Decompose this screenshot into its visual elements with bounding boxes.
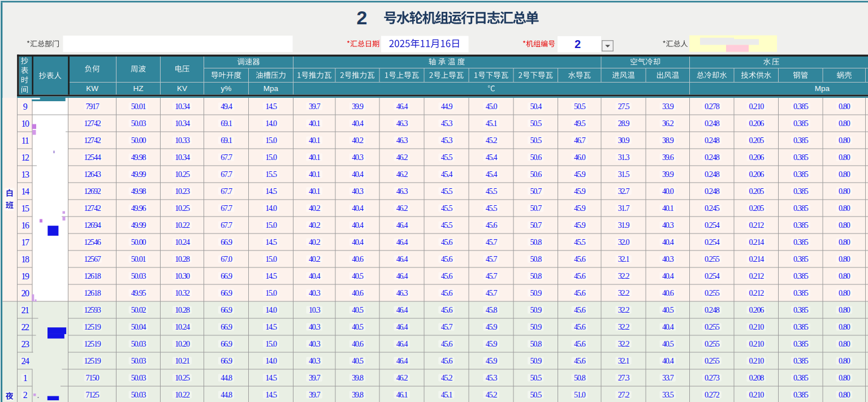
svg-text:0.385: 0.385: [793, 272, 809, 280]
svg-text:49.5: 49.5: [574, 119, 586, 128]
svg-text:45.5: 45.5: [441, 187, 453, 196]
svg-text:0.80: 0.80: [839, 102, 850, 111]
svg-text:0.385: 0.385: [793, 340, 809, 348]
svg-text:0.255: 0.255: [705, 340, 720, 348]
svg-text:15.0: 15.0: [265, 136, 277, 145]
svg-text:10.24: 10.24: [175, 238, 190, 247]
svg-text:50.8: 50.8: [530, 238, 542, 247]
svg-text:45.0: 45.0: [486, 102, 498, 111]
svg-text:45.4: 45.4: [486, 153, 498, 162]
svg-text:10.23: 10.23: [175, 187, 190, 196]
svg-text:0.80: 0.80: [839, 204, 850, 213]
svg-text:12618: 12618: [84, 272, 101, 280]
svg-text:0.210: 0.210: [749, 340, 764, 348]
svg-text:7917: 7917: [85, 102, 99, 111]
svg-text:15.0: 15.0: [265, 153, 277, 162]
svg-text:50.03: 50.03: [131, 272, 146, 280]
svg-text:45.5: 45.5: [441, 221, 453, 230]
svg-text:50.8: 50.8: [574, 374, 586, 382]
svg-text:45.6: 45.6: [441, 255, 453, 263]
svg-text:45.5: 45.5: [486, 187, 498, 196]
svg-text:40.5: 40.5: [352, 323, 364, 331]
svg-text:45.6: 45.6: [574, 255, 586, 263]
svg-text:27.3: 27.3: [618, 374, 630, 382]
svg-text:66.9: 66.9: [221, 323, 232, 331]
svg-text:50.5: 50.5: [530, 391, 542, 399]
svg-text:0.255: 0.255: [705, 357, 720, 365]
svg-text:0.80: 0.80: [839, 187, 850, 196]
svg-text:0.210: 0.210: [749, 357, 764, 365]
svg-text:14.5: 14.5: [265, 391, 277, 399]
svg-text:50.04: 50.04: [131, 323, 146, 331]
svg-text:46.2: 46.2: [396, 374, 408, 382]
svg-text:50.6: 50.6: [530, 153, 542, 162]
svg-text:40.5: 40.5: [662, 306, 674, 314]
svg-text:10: 10: [21, 119, 30, 128]
svg-text:67.7: 67.7: [221, 221, 232, 230]
svg-text:45.9: 45.9: [486, 323, 498, 331]
svg-text:7150: 7150: [85, 374, 99, 382]
svg-text:50.03: 50.03: [131, 340, 146, 348]
svg-text:10.25: 10.25: [175, 170, 190, 179]
svg-text:32.2: 32.2: [618, 340, 630, 348]
svg-text:66.9: 66.9: [221, 289, 232, 297]
svg-text:33.5: 33.5: [662, 391, 674, 399]
svg-text:50.00: 50.00: [131, 238, 146, 247]
svg-text:40.4: 40.4: [352, 238, 364, 247]
svg-text:14.0: 14.0: [265, 119, 277, 128]
svg-text:21: 21: [21, 305, 30, 315]
svg-text:0.385: 0.385: [793, 374, 809, 382]
svg-text:46.3: 46.3: [396, 289, 408, 297]
svg-text:10.3: 10.3: [309, 306, 321, 314]
svg-text:Mpa: Mpa: [264, 84, 279, 93]
svg-text:40.3: 40.3: [662, 255, 674, 263]
svg-text:46.2: 46.2: [396, 170, 408, 179]
svg-text:40.4: 40.4: [662, 357, 674, 365]
svg-text:66.9: 66.9: [221, 238, 232, 247]
svg-text:14.0: 14.0: [265, 204, 277, 213]
svg-text:50.7: 50.7: [530, 221, 542, 230]
svg-text:0.80: 0.80: [839, 306, 850, 314]
svg-text:40.2: 40.2: [352, 136, 364, 145]
svg-text:50.03: 50.03: [131, 357, 146, 365]
svg-text:66.9: 66.9: [221, 340, 232, 348]
svg-text:66.9: 66.9: [221, 357, 232, 365]
svg-text:40.5: 40.5: [352, 357, 364, 365]
svg-text:45.7: 45.7: [486, 255, 498, 263]
svg-text:32.2: 32.2: [618, 306, 630, 314]
svg-text:40.3: 40.3: [309, 289, 321, 297]
svg-text:45.9: 45.9: [574, 204, 586, 213]
svg-text:50.8: 50.8: [530, 255, 542, 263]
svg-text:32.0: 32.0: [618, 238, 630, 247]
svg-text:22: 22: [21, 322, 30, 332]
svg-text:50.03: 50.03: [131, 374, 146, 382]
svg-text:0.385: 0.385: [793, 357, 809, 365]
svg-text:HZ: HZ: [133, 84, 144, 93]
svg-text:0.205: 0.205: [749, 136, 764, 145]
svg-text:44.8: 44.8: [221, 391, 232, 399]
svg-text:67.7: 67.7: [221, 204, 232, 213]
svg-text:0.385: 0.385: [793, 306, 809, 314]
svg-text:0.80: 0.80: [839, 357, 850, 365]
svg-text:46.4: 46.4: [396, 272, 408, 280]
svg-text:12: 12: [21, 153, 30, 162]
svg-text:40.3: 40.3: [309, 340, 321, 348]
svg-text:49.96: 49.96: [131, 204, 146, 213]
svg-text:40.2: 40.2: [309, 204, 321, 213]
svg-text:13: 13: [21, 170, 30, 179]
svg-text:0.385: 0.385: [793, 323, 809, 331]
svg-text:2: 2: [357, 7, 368, 28]
svg-text:50.00: 50.00: [131, 136, 146, 145]
svg-text:14.5: 14.5: [265, 272, 277, 280]
svg-text:0.80: 0.80: [839, 374, 850, 382]
svg-text:31.7: 31.7: [618, 204, 630, 213]
svg-text:45.3: 45.3: [441, 119, 453, 128]
svg-text:39.8: 39.8: [352, 374, 364, 382]
svg-text:44.9: 44.9: [441, 102, 453, 111]
svg-text:66.9: 66.9: [221, 272, 232, 280]
svg-text:67.7: 67.7: [221, 153, 232, 162]
svg-text:40.1: 40.1: [309, 153, 321, 162]
svg-text:0.248: 0.248: [705, 187, 720, 196]
svg-text:0.214: 0.214: [749, 255, 764, 263]
svg-text:0.206: 0.206: [749, 153, 764, 162]
